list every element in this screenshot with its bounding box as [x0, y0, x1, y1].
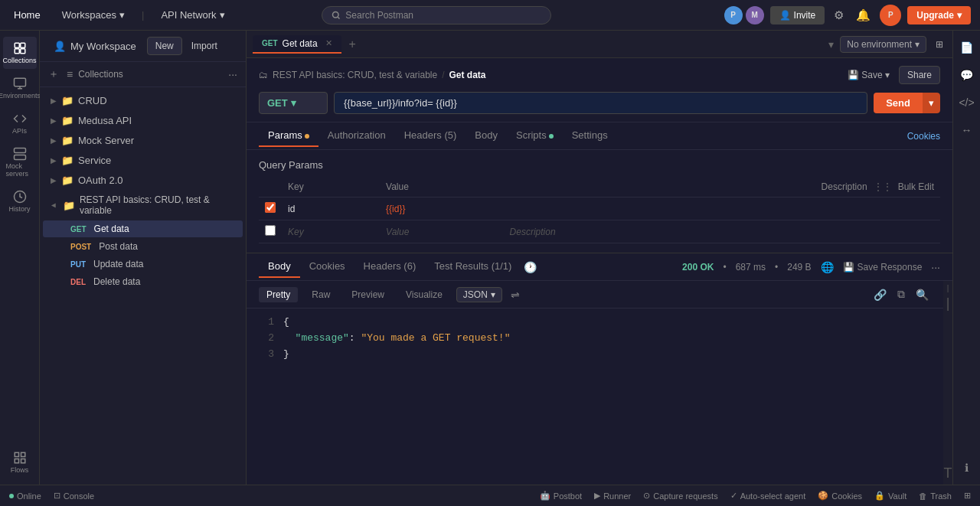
format-tab-visualize[interactable]: Visualize	[398, 287, 450, 302]
collection-mock-server[interactable]: ▶ 📁 Mock Server	[43, 131, 243, 150]
status-postbot[interactable]: 🤖 Postbot	[540, 491, 582, 501]
share-button[interactable]: Share	[899, 66, 940, 84]
collection-crud[interactable]: ▶ 📁 CRUD	[43, 91, 243, 110]
format-tab-pretty[interactable]: Pretty	[259, 287, 298, 302]
cookies-link[interactable]: Cookies	[907, 131, 940, 142]
request-update-data[interactable]: PUT Update data	[43, 256, 243, 273]
sidebar-item-history[interactable]: History	[3, 185, 37, 217]
response-more-button[interactable]: ···	[931, 261, 940, 273]
collection-rest-api-basics[interactable]: ▼ 📁 REST API basics: CRUD, test & variab…	[43, 191, 243, 220]
env-selector[interactable]: No environment ▾	[840, 36, 926, 53]
param-key-id[interactable]: id	[288, 204, 295, 214]
workspace-selector[interactable]: 👤 My Workspace	[47, 41, 142, 52]
tab-body[interactable]: Body	[466, 125, 507, 147]
format-tab-raw[interactable]: Raw	[304, 287, 338, 302]
info-button[interactable]: ℹ	[960, 457, 973, 478]
tab-params[interactable]: Params	[259, 125, 318, 147]
add-collection-button[interactable]: ＋	[46, 65, 61, 83]
tab-get-data[interactable]: GET Get data ✕	[253, 35, 341, 54]
tab-headers[interactable]: Headers (5)	[395, 125, 466, 147]
status-online[interactable]: Online	[9, 491, 41, 501]
request-delete-data[interactable]: DEL Delete data	[43, 273, 243, 290]
status-layout[interactable]: ⊞	[964, 491, 971, 501]
filter-button[interactable]: ≡	[64, 66, 75, 83]
svg-rect-8	[14, 155, 25, 160]
sidebar-item-collections[interactable]: Collections	[3, 37, 37, 69]
new-button[interactable]: New	[147, 37, 182, 55]
notifications-button[interactable]: 🔔	[853, 5, 874, 25]
request-post-data[interactable]: POST Post data	[43, 238, 243, 255]
param-checkbox-empty[interactable]	[265, 225, 276, 236]
tab-settings[interactable]: Settings	[563, 125, 617, 147]
status-console[interactable]: ⊡ Console	[54, 491, 94, 501]
param-value-id[interactable]: {{id}}	[386, 204, 405, 214]
layout-toggle-button[interactable]: ⊞	[933, 36, 946, 53]
col-description: Description ⋮⋮ Bulk Edit	[504, 177, 940, 198]
status-cookies[interactable]: 🍪 Cookies	[818, 491, 862, 501]
comments-button[interactable]: 💬	[956, 64, 978, 86]
param-key-empty[interactable]: Key	[288, 227, 304, 237]
sidebar-item-flows[interactable]: Flows	[3, 446, 37, 478]
status-runner[interactable]: ▶ Runner	[594, 491, 631, 501]
col-actions-icon[interactable]: ⋮⋮	[874, 181, 892, 192]
copy-button[interactable]: ⧉	[895, 286, 907, 303]
tab-close-button[interactable]: ✕	[325, 38, 332, 48]
status-separator-2: •	[775, 262, 778, 273]
tabs-chevron-down[interactable]: ▾	[828, 38, 834, 51]
collection-oauth2[interactable]: ▶ 📁 OAuth 2.0	[43, 171, 243, 190]
upgrade-button[interactable]: Upgrade ▾	[907, 6, 971, 24]
send-button[interactable]: Send	[874, 93, 923, 113]
param-checkbox-id[interactable]	[265, 202, 276, 213]
response-history-icon[interactable]: 🕐	[524, 261, 537, 273]
copy-link-button[interactable]: 🔗	[871, 286, 889, 303]
runner-icon: ▶	[594, 491, 600, 501]
import-button[interactable]: Import	[185, 37, 224, 55]
send-arrow-button[interactable]: ▾	[923, 93, 940, 113]
nav-home[interactable]: Home	[9, 6, 45, 24]
save-response-button[interactable]: 💾 Save Response	[843, 262, 923, 273]
sidebar-item-apis[interactable]: APIs	[3, 107, 37, 139]
user-avatar[interactable]: P	[880, 5, 901, 26]
response-tab-body[interactable]: Body	[259, 256, 300, 278]
search-bar[interactable]: Search Postman	[322, 6, 551, 24]
status-auto-select-agent[interactable]: ✓ Auto-select agent	[730, 491, 806, 501]
nav-workspaces[interactable]: Workspaces ▾	[57, 6, 129, 24]
json-format-select[interactable]: JSON ▾	[456, 287, 502, 302]
scroll-line-top[interactable]: |	[947, 284, 949, 292]
method-value: GET	[267, 97, 288, 109]
scroll-handle[interactable]: |	[946, 295, 950, 312]
tab-authorization[interactable]: Authorization	[318, 125, 395, 147]
request-get-data[interactable]: GET Get data	[43, 220, 243, 237]
param-value-empty[interactable]: Value	[386, 227, 409, 237]
response-tab-cookies[interactable]: Cookies	[300, 256, 354, 278]
docs-button[interactable]: 📄	[956, 37, 978, 58]
vault-icon: 🔒	[874, 491, 885, 501]
status-trash[interactable]: 🗑 Trash	[919, 491, 952, 501]
tab-label: Get data	[283, 38, 318, 49]
nav-api-network[interactable]: API Network ▾	[156, 6, 229, 24]
method-select[interactable]: GET ▾	[259, 92, 328, 114]
tab-scripts[interactable]: Scripts	[507, 125, 563, 147]
bulk-edit-button[interactable]: Bulk Edit	[898, 181, 934, 192]
response-tab-headers[interactable]: Headers (6)	[354, 256, 426, 278]
url-input[interactable]	[334, 92, 867, 114]
status-vault[interactable]: 🔒 Vault	[874, 491, 906, 501]
collection-medusa-api[interactable]: ▶ 📁 Medusa API	[43, 111, 243, 130]
collection-mock-service[interactable]: ▶ 📁 Service	[43, 151, 243, 170]
invite-button[interactable]: 👤 Invite	[770, 6, 825, 24]
search-response-button[interactable]: 🔍	[913, 286, 931, 303]
status-capture-requests[interactable]: ⊙ Capture requests	[643, 491, 717, 501]
code-button[interactable]: </>	[954, 92, 978, 113]
expand-button[interactable]: ↔	[957, 119, 977, 141]
breadcrumb-link[interactable]: REST API basics: CRUD, test & variable	[273, 70, 437, 80]
tab-add-button[interactable]: +	[345, 36, 361, 53]
param-desc-empty[interactable]: Description	[510, 227, 556, 237]
save-button[interactable]: 💾 Save ▾	[844, 66, 893, 84]
response-tab-test-results[interactable]: Test Results (1/1)	[425, 256, 521, 278]
settings-button[interactable]: ⚙	[831, 5, 847, 25]
wrap-lines-button[interactable]: ⇌	[508, 286, 522, 303]
sidebar-item-environments[interactable]: Environments	[3, 72, 37, 104]
sidebar-item-mock-servers[interactable]: Mock servers	[3, 142, 37, 182]
format-tab-preview[interactable]: Preview	[344, 287, 392, 302]
panel-more-button[interactable]: ···	[226, 66, 240, 83]
